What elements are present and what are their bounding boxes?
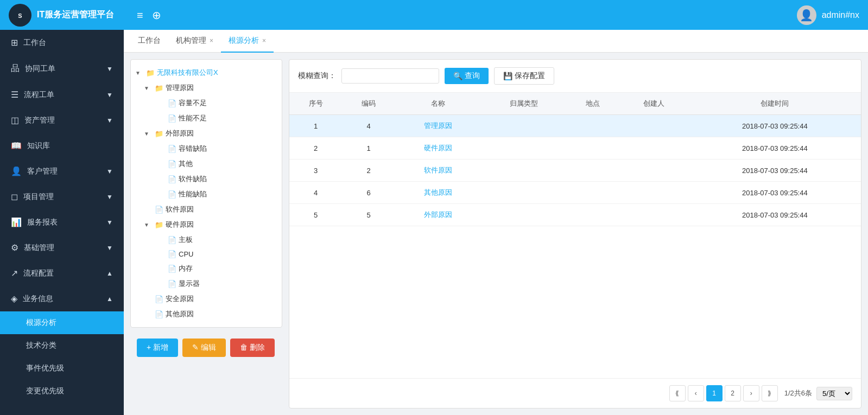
page-next-button[interactable]: ›	[743, 385, 759, 401]
tab-org-close[interactable]: ×	[210, 37, 213, 44]
table-row[interactable]: 4 6 其他原因 2018-07-03 09:25:44	[289, 182, 861, 204]
cell-seq: 2	[289, 137, 342, 159]
tree-node-cpu[interactable]: 📄 CPU	[131, 247, 282, 261]
perf-defect-label: 性能缺陷	[179, 189, 277, 199]
edit-button[interactable]: ✎ 编辑	[182, 339, 226, 357]
cell-location	[567, 182, 619, 204]
sidebar-sub-item-tech-classify[interactable]: 技术分类	[0, 334, 124, 357]
perf-manage-file-icon: 📄	[168, 114, 176, 123]
table-row[interactable]: 1 4 管理原因 2018-07-03 09:25:44	[289, 115, 861, 137]
cell-name[interactable]: 其他原因	[395, 182, 481, 204]
cell-name[interactable]: 外部原因	[395, 204, 481, 226]
table-row[interactable]: 2 1 硬件原因 2018-07-03 09:25:44	[289, 137, 861, 159]
cell-code: 1	[342, 137, 395, 159]
page-1-button[interactable]: 1	[706, 385, 723, 401]
sidebar-item-assets[interactable]: ◫ 资产管理 ▼	[0, 107, 124, 133]
bottom-actions: + 新增 ✎ 编辑 🗑 删除	[130, 332, 282, 363]
sidebar-label-reports: 服务报表	[27, 218, 58, 227]
sidebar-item-collab[interactable]: 品 协同工单 ▼	[0, 55, 124, 82]
page-prev-button[interactable]: ‹	[688, 385, 704, 401]
page-first-button[interactable]: ⟪	[669, 385, 686, 401]
tree-node-motherboard[interactable]: 📄 主板	[131, 232, 282, 247]
tab-root-analysis[interactable]: 根源分析 ×	[221, 30, 274, 53]
sidebar-item-base[interactable]: ⚙ 基础管理 ▼	[0, 235, 124, 260]
table-row[interactable]: 3 2 软件原因 2018-07-03 09:25:44	[289, 159, 861, 182]
tree-node-other[interactable]: 📄 其他原因	[131, 307, 282, 322]
cell-type	[481, 182, 567, 204]
sidebar-item-biz-info[interactable]: ◈ 业务信息 ▲	[0, 286, 124, 311]
software-label: 软件原因	[166, 205, 277, 214]
tree-node-external[interactable]: ▼ 📁 外部原因	[131, 126, 282, 141]
table-row[interactable]: 5 5 外部原因 2018-07-03 09:25:44	[289, 204, 861, 226]
cell-name[interactable]: 硬件原因	[395, 137, 481, 159]
menu-toggle-button[interactable]: ≡	[137, 10, 143, 21]
tree-node-other-external[interactable]: 📄 其他	[131, 156, 282, 171]
sidebar-item-customer[interactable]: 👤 客户管理 ▼	[0, 158, 124, 184]
tree-panel: ▼ 📁 无限科技有限公司X ▼ 📁 管理原因 📄 容量不足	[130, 59, 282, 328]
sidebar-item-project[interactable]: ◻ 项目管理 ▼	[0, 184, 124, 209]
process-icon: ☰	[11, 90, 18, 100]
tree-node-software-defect[interactable]: 📄 软件缺陷	[131, 171, 282, 187]
tree-node-manage[interactable]: ▼ 📁 管理原因	[131, 80, 282, 95]
sidebar-sub-item-event-priority[interactable]: 事件优先级	[0, 357, 124, 380]
external-toggle[interactable]: ▼	[144, 131, 153, 137]
sidebar-label-workbench: 工作台	[23, 38, 46, 48]
cell-location	[567, 115, 619, 137]
tree-node-monitor[interactable]: 📄 显示器	[131, 276, 282, 291]
data-table: 序号 编码 名称 归属类型 地点 创建人 创建时间 1 4 管理	[289, 93, 861, 378]
delete-button[interactable]: 🗑 删除	[230, 339, 275, 357]
tree-node-fault-tolerance[interactable]: 📄 容错缺陷	[131, 141, 282, 156]
tree-node-hardware[interactable]: ▼ 📁 硬件原因	[131, 217, 282, 232]
assets-icon: ◫	[11, 115, 19, 125]
sidebar-label-assets: 资产管理	[24, 116, 55, 125]
tree-node-perf-defect[interactable]: 📄 性能缺陷	[131, 187, 282, 202]
page-2-button[interactable]: 2	[725, 385, 741, 401]
tab-workbench[interactable]: 工作台	[130, 30, 168, 53]
col-type: 归属类型	[481, 93, 567, 115]
sidebar-item-process[interactable]: ☰ 流程工单 ▼	[0, 82, 124, 107]
sidebar-item-reports[interactable]: 📊 服务报表 ▼	[0, 209, 124, 235]
logo-icon: S	[9, 4, 31, 27]
other-external-file-icon: 📄	[168, 160, 176, 168]
tree-node-root[interactable]: ▼ 📁 无限科技有限公司X	[131, 65, 282, 80]
cell-creator	[619, 159, 689, 182]
sidebar-label-customer: 客户管理	[27, 167, 58, 176]
tree-node-software[interactable]: 📄 软件原因	[131, 202, 282, 217]
manage-folder-icon: 📁	[155, 84, 163, 92]
sidebar-item-flow-config[interactable]: ↗ 流程配置 ▲	[0, 260, 124, 286]
capacity-label: 容量不足	[179, 98, 277, 108]
page-size-select[interactable]: 5/页 10/页 20/页	[816, 387, 852, 400]
tab-org[interactable]: 机构管理 ×	[168, 30, 221, 53]
query-button[interactable]: 🔍 查询	[445, 68, 489, 84]
add-button[interactable]: + 新增	[137, 339, 178, 357]
cell-name[interactable]: 软件原因	[395, 159, 481, 182]
sidebar-item-workbench[interactable]: ⊞ 工作台	[0, 30, 124, 55]
sub-label-change-priority: 变更优先级	[26, 386, 64, 396]
customer-icon: 👤	[11, 166, 22, 176]
save-config-button[interactable]: 💾 保存配置	[494, 67, 554, 85]
hardware-toggle[interactable]: ▼	[144, 222, 153, 228]
sidebar-item-knowledge[interactable]: 📖 知识库	[0, 133, 124, 158]
tab-root-analysis-close[interactable]: ×	[262, 37, 266, 44]
sub-label-root-analysis: 根源分析	[26, 318, 56, 328]
reports-arrow: ▼	[106, 219, 113, 226]
tree-node-memory[interactable]: 📄 内存	[131, 261, 282, 276]
memory-file-icon: 📄	[168, 265, 176, 273]
tree-node-security[interactable]: 📄 安全原因	[131, 291, 282, 307]
tree-node-capacity[interactable]: 📄 容量不足	[131, 95, 282, 111]
page-last-button[interactable]: ⟫	[762, 385, 778, 401]
sidebar-label-biz-info: 业务信息	[23, 294, 53, 304]
sidebar-sub-item-change-priority[interactable]: 变更优先级	[0, 380, 124, 403]
manage-toggle[interactable]: ▼	[144, 85, 153, 91]
svg-text:S: S	[18, 12, 22, 19]
col-creator: 创建人	[619, 93, 689, 115]
cell-type	[481, 137, 567, 159]
sidebar-sub-item-root-analysis[interactable]: 根源分析	[0, 311, 124, 334]
query-label: 查询	[465, 71, 480, 81]
search-input[interactable]	[341, 68, 439, 84]
add-button[interactable]: ⊕	[152, 10, 161, 21]
motherboard-file-icon: 📄	[168, 236, 176, 244]
tree-node-perf-manage[interactable]: 📄 性能不足	[131, 111, 282, 126]
root-toggle[interactable]: ▼	[135, 70, 144, 76]
cell-name[interactable]: 管理原因	[395, 115, 481, 137]
